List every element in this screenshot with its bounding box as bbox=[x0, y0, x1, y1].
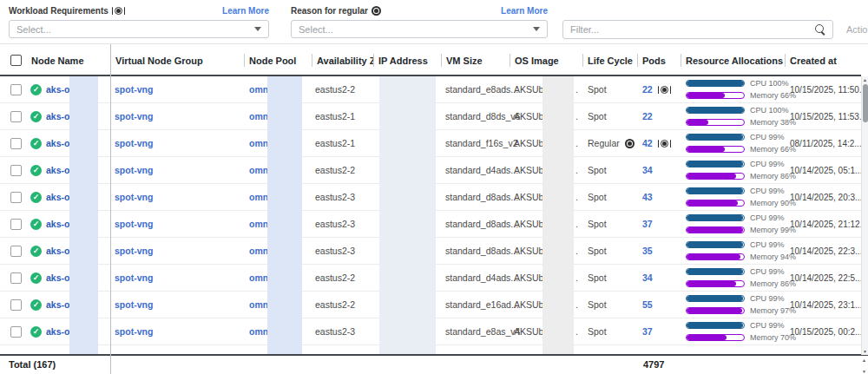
select-all-checkbox[interactable] bbox=[10, 55, 22, 66]
life-cycle-cell: Spot bbox=[582, 184, 637, 210]
column-header-virtual-node-group[interactable]: Virtual Node Group bbox=[110, 44, 244, 76]
row-checkbox-cell bbox=[0, 130, 26, 156]
pods-count-link[interactable]: 37 bbox=[642, 326, 653, 337]
virtual-node-group-link[interactable]: spot-vng bbox=[115, 299, 153, 310]
learn-more-link-workload[interactable]: Learn More bbox=[222, 6, 269, 16]
pods-count-link[interactable]: 37 bbox=[642, 219, 653, 229]
pods-count-link[interactable]: 22 bbox=[642, 84, 653, 95]
life-cycle-cell: Spot bbox=[582, 103, 637, 129]
node-pool-link[interactable]: omnp bbox=[249, 246, 274, 256]
life-cycle-value: Spot bbox=[588, 165, 607, 175]
column-header-availability-zone[interactable]: Availability Zone bbox=[312, 44, 373, 76]
search-icon[interactable] bbox=[813, 23, 827, 36]
scroll-up-icon[interactable]: ▲ bbox=[863, 76, 867, 83]
os-image-suffix: . bbox=[575, 165, 578, 175]
node-pool-link[interactable]: omnp bbox=[249, 111, 274, 121]
node-pool-link[interactable]: omnp bbox=[249, 272, 274, 283]
scroll-down-icon[interactable]: ▼ bbox=[862, 368, 866, 374]
column-header-os-image[interactable]: OS Image bbox=[510, 44, 582, 76]
virtual-node-group-link[interactable]: spot-vng bbox=[115, 138, 153, 148]
node-name-link[interactable]: aks-om bbox=[46, 111, 78, 121]
column-header-resource-allocations[interactable]: Resource Allocations ↓ bbox=[681, 44, 785, 76]
column-header-vm-size[interactable]: VM Size bbox=[441, 44, 510, 76]
node-pool-link[interactable]: omnp bbox=[249, 192, 274, 202]
row-checkbox[interactable] bbox=[10, 192, 22, 203]
pods-count-link[interactable]: 43 bbox=[642, 192, 653, 202]
ip-address-cell bbox=[373, 238, 441, 264]
vm-size-cell: standard_d8ds_v6 bbox=[441, 103, 510, 129]
scrollbar-thumb[interactable] bbox=[863, 84, 868, 122]
row-checkbox[interactable] bbox=[10, 111, 22, 122]
node-pool-link[interactable]: omnp bbox=[249, 84, 274, 95]
scroll-up-icon[interactable]: ▲ bbox=[862, 357, 866, 364]
node-pool-link[interactable]: omnp bbox=[249, 219, 274, 229]
node-name-link[interactable]: aks-om bbox=[46, 326, 78, 337]
row-checkbox[interactable] bbox=[10, 272, 22, 284]
virtual-node-group-link[interactable]: spot-vng bbox=[115, 246, 153, 256]
created-at-cell: 10/14/2025, 22:5... bbox=[785, 265, 861, 291]
node-name-link[interactable]: aks-om bbox=[46, 84, 78, 95]
column-header-pods[interactable]: Pods bbox=[637, 44, 681, 76]
pods-count-link[interactable]: 22 bbox=[642, 111, 653, 121]
virtual-node-group-link[interactable]: spot-vng bbox=[115, 165, 153, 175]
availability-zone-value: eastus2-2 bbox=[315, 299, 355, 310]
row-checkbox[interactable] bbox=[10, 84, 22, 95]
row-checkbox[interactable] bbox=[10, 246, 22, 257]
ip-address-cell bbox=[373, 211, 441, 237]
pods-count-link[interactable]: 34 bbox=[642, 272, 653, 283]
virtual-node-group-link[interactable]: spot-vng bbox=[115, 272, 153, 283]
pods-count-link[interactable]: 42 bbox=[642, 138, 653, 148]
pods-count-link[interactable]: 55 bbox=[642, 299, 653, 310]
os-image-suffix: . bbox=[575, 246, 578, 256]
node-name-link[interactable]: aks-om bbox=[46, 192, 78, 202]
vertical-scrollbar[interactable]: ▲ ▼ bbox=[861, 76, 868, 355]
column-header-created-at[interactable]: Created at bbox=[785, 44, 861, 76]
created-at-value: 10/15/2025, 11:50... bbox=[790, 85, 866, 95]
os-image-value: AKSUbun bbox=[514, 299, 554, 310]
node-name-link[interactable]: aks-om bbox=[46, 354, 78, 355]
column-header-node-name[interactable]: Node Name bbox=[26, 44, 110, 76]
row-checkbox[interactable] bbox=[10, 326, 22, 338]
scroll-down-icon[interactable]: ▼ bbox=[863, 348, 867, 355]
node-name-link[interactable]: aks-om bbox=[46, 272, 78, 283]
node-name-link[interactable]: aks-om bbox=[46, 219, 78, 229]
actions-button[interactable]: Actions bbox=[846, 24, 868, 35]
row-checkbox[interactable] bbox=[10, 165, 22, 176]
column-header-life-cycle[interactable]: Life Cycle bbox=[582, 44, 637, 76]
node-name-link[interactable]: aks-om bbox=[46, 246, 78, 256]
resource-allocations-cell: CPU 99%Memory 94% bbox=[681, 238, 785, 264]
row-checkbox[interactable] bbox=[10, 138, 22, 149]
virtual-node-group-link[interactable]: spot-vng bbox=[115, 192, 153, 202]
cpu-bar bbox=[686, 268, 745, 275]
cpu-label: CPU 99% bbox=[750, 240, 785, 249]
pods-count-link[interactable]: 34 bbox=[642, 165, 653, 175]
reason-for-regular-select[interactable]: Select... bbox=[291, 20, 548, 38]
workload-requirements-select[interactable]: Select... bbox=[9, 20, 269, 38]
node-pool-link[interactable]: omnp bbox=[249, 165, 274, 175]
column-header-ip-address[interactable]: IP Address bbox=[373, 44, 441, 76]
learn-more-link-regular[interactable]: Learn More bbox=[501, 6, 548, 16]
row-checkbox[interactable] bbox=[10, 299, 22, 311]
node-name-cell: ✓aks-om bbox=[26, 76, 110, 102]
cpu-bar bbox=[686, 214, 745, 221]
virtual-node-group-link[interactable]: spot-vng bbox=[115, 219, 153, 229]
node-pool-link[interactable]: omnp bbox=[249, 138, 274, 148]
row-checkbox[interactable] bbox=[10, 354, 22, 355]
row-checkbox[interactable] bbox=[10, 219, 22, 230]
life-cycle-cell: Spot bbox=[582, 211, 637, 237]
cpu-label: CPU 99% bbox=[750, 160, 785, 168]
node-name-link[interactable]: aks-om bbox=[46, 165, 78, 175]
virtual-node-group-link[interactable]: spot-vng bbox=[115, 84, 153, 95]
vm-size-value: standard_d8ads... bbox=[445, 219, 518, 229]
pods-count-link[interactable]: 35 bbox=[642, 246, 653, 256]
node-pool-link[interactable]: omnp bbox=[249, 299, 274, 310]
node-name-link[interactable]: aks-om bbox=[46, 299, 78, 310]
os-image-suffix: . bbox=[575, 219, 578, 229]
column-header-node-pool[interactable]: Node Pool bbox=[244, 44, 312, 76]
filter-input[interactable] bbox=[563, 24, 813, 35]
header-checkbox-cell bbox=[0, 44, 26, 76]
virtual-node-group-link[interactable]: spot-vng bbox=[115, 326, 153, 337]
virtual-node-group-link[interactable]: spot-vng bbox=[115, 111, 153, 121]
node-pool-link[interactable]: omnp bbox=[249, 326, 274, 337]
node-name-link[interactable]: aks-om bbox=[46, 138, 78, 148]
